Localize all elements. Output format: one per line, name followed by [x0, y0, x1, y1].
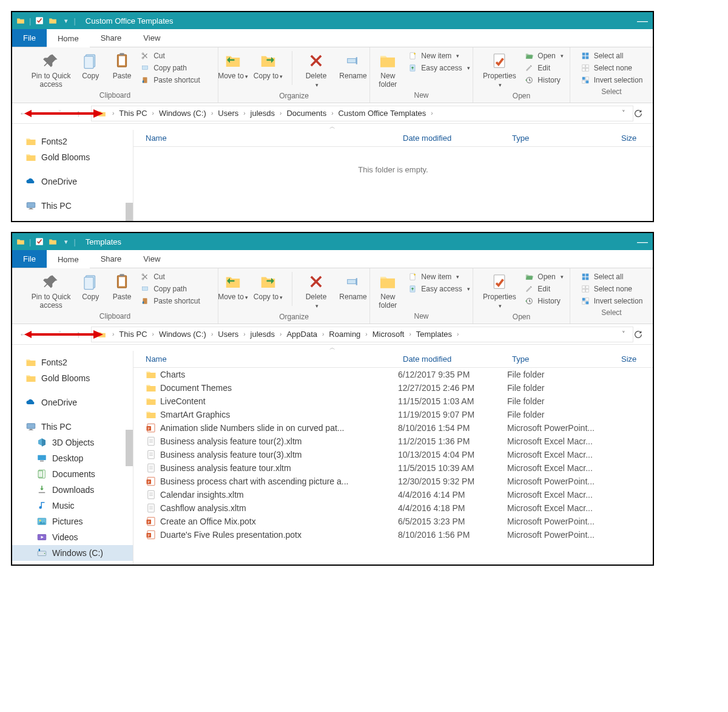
open-button[interactable]: Open▾: [524, 51, 563, 61]
delete-button[interactable]: Delete▾: [301, 51, 331, 89]
select-all-button[interactable]: Select all: [581, 51, 643, 61]
file-row[interactable]: Cashflow analysis.xltm 4/4/2016 4:18 PM …: [133, 501, 653, 515]
copy-button[interactable]: Copy: [77, 51, 104, 80]
new-folder-button[interactable]: New folder: [372, 51, 403, 89]
breadcrumb-segment[interactable]: AppData: [284, 330, 320, 339]
paste-button[interactable]: Paste: [109, 272, 135, 301]
pin-to-quick-access-button[interactable]: Pin to Quick access: [30, 272, 72, 310]
breadcrumb-segment[interactable]: Windows (C:): [157, 330, 209, 339]
tab-share[interactable]: Share: [90, 250, 133, 268]
file-row[interactable]: SmartArt Graphics 11/19/2015 9:07 PM Fil…: [133, 408, 653, 421]
file-row[interactable]: Business analysis feature tour(2).xltm 1…: [133, 435, 653, 448]
invert-selection-button[interactable]: Invert selection: [581, 296, 643, 306]
properties-button[interactable]: Properties▾: [479, 272, 519, 310]
rename-button[interactable]: Rename: [336, 51, 370, 80]
select-none-button[interactable]: Select none: [581, 284, 643, 294]
folder-icon[interactable]: [48, 237, 58, 246]
copy-button[interactable]: Copy: [77, 272, 104, 301]
nav-item[interactable]: Pictures: [12, 514, 133, 529]
rename-button[interactable]: Rename: [336, 272, 370, 301]
copy-to-button[interactable]: Copy to▾: [253, 272, 283, 302]
select-none-button[interactable]: Select none: [581, 63, 643, 73]
nav-item[interactable]: OneDrive: [12, 395, 133, 410]
scrollbar-thumb[interactable]: [126, 430, 133, 466]
tab-home[interactable]: Home: [47, 30, 90, 47]
edit-button[interactable]: Edit: [524, 63, 563, 73]
easy-access-button[interactable]: Easy access▾: [408, 63, 470, 73]
breadcrumb-segment[interactable]: This PC: [116, 330, 149, 339]
file-row[interactable]: Calendar insights.xltm 4/4/2016 4:14 PM …: [133, 488, 653, 501]
breadcrumb-segment[interactable]: Users: [215, 109, 241, 118]
easy-access-button[interactable]: Easy access▾: [408, 284, 470, 294]
properties-button[interactable]: Properties▾: [479, 51, 519, 89]
nav-item[interactable]: Desktop: [12, 450, 133, 466]
open-button[interactable]: Open▾: [524, 272, 563, 282]
file-row[interactable]: LiveContent 11/15/2015 1:03 AM File fold…: [133, 395, 653, 408]
copy-to-button[interactable]: Copy to▾: [253, 51, 283, 81]
history-button[interactable]: History: [524, 75, 563, 85]
file-row[interactable]: PDuarte's Five Rules presentation.potx 8…: [133, 528, 653, 541]
column-name[interactable]: Name: [133, 130, 398, 146]
breadcrumb-segment[interactable]: Roaming: [326, 330, 363, 339]
tab-home[interactable]: Home: [47, 251, 90, 268]
file-row[interactable]: Document Themes 12/27/2015 2:46 PM File …: [133, 381, 653, 395]
nav-item[interactable]: Videos: [12, 529, 133, 545]
qat-dropdown-icon[interactable]: ▾: [61, 16, 71, 25]
chevron-down-icon[interactable]: ˅: [622, 109, 625, 117]
minimize-button[interactable]: —: [637, 12, 648, 29]
nav-item[interactable]: This PC: [12, 419, 133, 435]
folder-icon[interactable]: [16, 16, 25, 25]
nav-item[interactable]: Downloads: [12, 482, 133, 498]
file-row[interactable]: Business analysis feature tour(3).xltm 1…: [133, 448, 653, 461]
nav-item[interactable]: Documents: [12, 466, 133, 482]
column-size[interactable]: Size: [616, 130, 653, 146]
qat-dropdown-icon[interactable]: ▾: [61, 237, 71, 246]
column-name[interactable]: Name: [133, 351, 398, 367]
properties-qat-icon[interactable]: [35, 16, 44, 25]
breadcrumb[interactable]: ›This PC›Windows (C:)›Users›julesds›Docu…: [91, 106, 633, 121]
cut-button[interactable]: Cut: [140, 51, 200, 61]
nav-item[interactable]: This PC: [12, 198, 133, 214]
tab-view[interactable]: View: [132, 29, 171, 47]
nav-item[interactable]: Gold Blooms: [12, 370, 133, 386]
breadcrumb-segment[interactable]: Custom Office Templates: [335, 109, 428, 118]
paste-shortcut-button[interactable]: Paste shortcut: [140, 75, 200, 85]
scrollbar-thumb[interactable]: [126, 203, 133, 221]
nav-item[interactable]: Music: [12, 498, 133, 514]
tab-view[interactable]: View: [132, 250, 171, 268]
cut-button[interactable]: Cut: [140, 272, 200, 282]
folder-icon[interactable]: [16, 237, 25, 246]
file-row[interactable]: PBusiness process chart with ascending p…: [133, 475, 653, 488]
minimize-button[interactable]: —: [637, 233, 648, 250]
delete-button[interactable]: Delete▾: [301, 272, 331, 310]
nav-item[interactable]: Windows (C:): [12, 545, 133, 561]
column-size[interactable]: Size: [616, 351, 653, 367]
nav-item[interactable]: OneDrive: [12, 174, 133, 189]
breadcrumb-segment[interactable]: Windows (C:): [157, 109, 209, 118]
chevron-down-icon[interactable]: ˅: [622, 330, 625, 338]
pin-to-quick-access-button[interactable]: Pin to Quick access: [30, 51, 72, 89]
tab-share[interactable]: Share: [90, 29, 133, 47]
refresh-button[interactable]: [633, 330, 649, 339]
column-date[interactable]: Date modified: [398, 351, 507, 367]
move-to-button[interactable]: Move to▾: [218, 51, 248, 81]
titlebar[interactable]: | ▾ | Custom Office Templates —: [12, 12, 653, 29]
tab-file[interactable]: File: [12, 29, 47, 47]
history-button[interactable]: History: [524, 296, 563, 306]
new-folder-button[interactable]: New folder: [372, 272, 403, 310]
file-row[interactable]: PAnimation slide Numbers slide in on cur…: [133, 421, 653, 435]
new-item-button[interactable]: New item▾: [408, 272, 470, 282]
file-row[interactable]: Business analysis feature tour.xltm 11/5…: [133, 461, 653, 475]
copy-path-button[interactable]: Copy path: [140, 284, 200, 294]
tab-file[interactable]: File: [12, 250, 47, 268]
refresh-button[interactable]: [633, 109, 649, 118]
breadcrumb[interactable]: ›This PC›Windows (C:)›Users›julesds›AppD…: [91, 327, 633, 342]
breadcrumb-segment[interactable]: Documents: [284, 109, 329, 118]
nav-item[interactable]: Fonts2: [12, 134, 133, 149]
folder-icon[interactable]: [48, 16, 58, 25]
breadcrumb-segment[interactable]: julesds: [248, 109, 277, 118]
file-row[interactable]: PCreate an Office Mix.potx 6/5/2015 3:23…: [133, 515, 653, 528]
nav-item[interactable]: 3D Objects: [12, 435, 133, 450]
breadcrumb-segment[interactable]: This PC: [116, 109, 149, 118]
select-all-button[interactable]: Select all: [581, 272, 643, 282]
